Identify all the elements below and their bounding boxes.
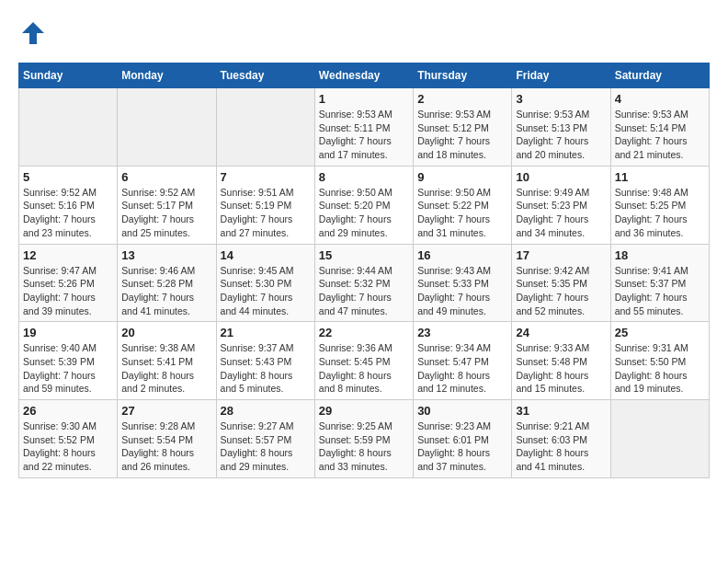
calendar-cell: 18Sunrise: 9:41 AM Sunset: 5:37 PM Dayli… [610,244,709,322]
day-info: Sunrise: 9:44 AM Sunset: 5:32 PM Dayligh… [319,264,409,318]
calendar-cell: 12Sunrise: 9:47 AM Sunset: 5:26 PM Dayli… [19,244,118,322]
calendar-table: SundayMondayTuesdayWednesdayThursdayFrid… [18,63,710,478]
calendar-cell: 7Sunrise: 9:51 AM Sunset: 5:19 PM Daylig… [216,166,314,244]
day-number: 2 [417,92,507,106]
calendar-cell: 25Sunrise: 9:31 AM Sunset: 5:50 PM Dayli… [610,322,709,400]
calendar-cell: 21Sunrise: 9:37 AM Sunset: 5:43 PM Dayli… [216,322,314,400]
calendar-cell: 31Sunrise: 9:21 AM Sunset: 6:03 PM Dayli… [512,400,610,478]
calendar-cell: 27Sunrise: 9:28 AM Sunset: 5:54 PM Dayli… [118,400,216,478]
day-info: Sunrise: 9:30 AM Sunset: 5:52 PM Dayligh… [23,419,113,474]
day-number: 1 [319,92,409,106]
calendar-week-row: 19Sunrise: 9:40 AM Sunset: 5:39 PM Dayli… [19,322,710,400]
calendar-cell: 11Sunrise: 9:48 AM Sunset: 5:25 PM Dayli… [610,166,709,244]
day-info: Sunrise: 9:40 AM Sunset: 5:39 PM Dayligh… [23,341,113,396]
calendar-header-row: SundayMondayTuesdayWednesdayThursdayFrid… [19,63,710,88]
calendar-cell: 3Sunrise: 9:53 AM Sunset: 5:13 PM Daylig… [512,88,610,167]
day-number: 31 [516,404,606,418]
day-number: 18 [615,248,705,262]
day-number: 8 [319,170,409,184]
day-number: 26 [23,404,113,418]
calendar-cell: 9Sunrise: 9:50 AM Sunset: 5:22 PM Daylig… [414,166,512,244]
day-number: 20 [121,326,211,339]
calendar-cell: 6Sunrise: 9:52 AM Sunset: 5:17 PM Daylig… [118,166,216,244]
day-info: Sunrise: 9:53 AM Sunset: 5:11 PM Dayligh… [319,108,409,162]
header-tuesday: Tuesday [216,63,314,88]
calendar-cell [216,88,314,167]
day-number: 12 [23,248,113,262]
calendar-cell: 20Sunrise: 9:38 AM Sunset: 5:41 PM Dayli… [118,322,216,400]
day-info: Sunrise: 9:27 AM Sunset: 5:57 PM Dayligh… [221,419,311,474]
day-number: 28 [221,404,311,418]
calendar-cell: 5Sunrise: 9:52 AM Sunset: 5:16 PM Daylig… [19,166,118,244]
calendar-week-row: 26Sunrise: 9:30 AM Sunset: 5:52 PM Dayli… [19,400,710,478]
header-thursday: Thursday [414,63,512,88]
day-number: 5 [23,170,113,184]
day-info: Sunrise: 9:33 AM Sunset: 5:48 PM Dayligh… [516,341,606,396]
day-info: Sunrise: 9:45 AM Sunset: 5:30 PM Dayligh… [221,264,311,318]
calendar-cell: 8Sunrise: 9:50 AM Sunset: 5:20 PM Daylig… [314,166,413,244]
calendar-cell: 1Sunrise: 9:53 AM Sunset: 5:11 PM Daylig… [314,88,413,167]
day-number: 15 [319,248,409,262]
day-info: Sunrise: 9:23 AM Sunset: 6:01 PM Dayligh… [417,419,507,474]
day-number: 19 [23,326,113,339]
day-number: 3 [516,92,606,106]
calendar-cell: 22Sunrise: 9:36 AM Sunset: 5:45 PM Dayli… [314,322,413,400]
day-info: Sunrise: 9:52 AM Sunset: 5:16 PM Dayligh… [23,186,113,240]
day-number: 29 [319,404,409,418]
calendar-cell: 10Sunrise: 9:49 AM Sunset: 5:23 PM Dayli… [512,166,610,244]
day-info: Sunrise: 9:50 AM Sunset: 5:20 PM Dayligh… [319,186,409,240]
day-info: Sunrise: 9:52 AM Sunset: 5:17 PM Dayligh… [121,186,211,240]
header-wednesday: Wednesday [314,63,413,88]
calendar-cell [610,400,709,478]
day-info: Sunrise: 9:38 AM Sunset: 5:41 PM Dayligh… [121,341,211,396]
day-number: 6 [121,170,211,184]
day-number: 17 [516,248,606,262]
day-info: Sunrise: 9:53 AM Sunset: 5:12 PM Dayligh… [417,108,507,162]
header-monday: Monday [118,63,216,88]
day-number: 25 [615,326,705,339]
day-info: Sunrise: 9:31 AM Sunset: 5:50 PM Dayligh… [615,341,705,396]
day-number: 9 [417,170,507,184]
day-number: 11 [615,170,705,184]
calendar-week-row: 1Sunrise: 9:53 AM Sunset: 5:11 PM Daylig… [19,88,710,167]
calendar-cell: 26Sunrise: 9:30 AM Sunset: 5:52 PM Dayli… [19,400,118,478]
day-number: 10 [516,170,606,184]
logo [18,18,51,48]
calendar-cell [118,88,216,167]
day-number: 23 [417,326,507,339]
day-number: 24 [516,326,606,339]
day-info: Sunrise: 9:21 AM Sunset: 6:03 PM Dayligh… [516,419,606,474]
calendar-cell: 14Sunrise: 9:45 AM Sunset: 5:30 PM Dayli… [216,244,314,322]
calendar-cell: 28Sunrise: 9:27 AM Sunset: 5:57 PM Dayli… [216,400,314,478]
page-header [18,18,710,48]
calendar-cell: 19Sunrise: 9:40 AM Sunset: 5:39 PM Dayli… [19,322,118,400]
day-info: Sunrise: 9:49 AM Sunset: 5:23 PM Dayligh… [516,186,606,240]
calendar-cell: 30Sunrise: 9:23 AM Sunset: 6:01 PM Dayli… [414,400,512,478]
day-info: Sunrise: 9:46 AM Sunset: 5:28 PM Dayligh… [121,264,211,318]
calendar-cell: 4Sunrise: 9:53 AM Sunset: 5:14 PM Daylig… [610,88,709,167]
calendar-cell: 16Sunrise: 9:43 AM Sunset: 5:33 PM Dayli… [414,244,512,322]
day-info: Sunrise: 9:42 AM Sunset: 5:35 PM Dayligh… [516,264,606,318]
day-info: Sunrise: 9:53 AM Sunset: 5:14 PM Dayligh… [615,108,705,162]
day-info: Sunrise: 9:48 AM Sunset: 5:25 PM Dayligh… [615,186,705,240]
header-sunday: Sunday [19,63,118,88]
calendar-cell: 23Sunrise: 9:34 AM Sunset: 5:47 PM Dayli… [414,322,512,400]
day-info: Sunrise: 9:25 AM Sunset: 5:59 PM Dayligh… [319,419,409,474]
day-number: 27 [121,404,211,418]
day-number: 13 [121,248,211,262]
logo-icon [18,18,48,48]
header-saturday: Saturday [610,63,709,88]
day-number: 30 [417,404,507,418]
calendar-cell: 17Sunrise: 9:42 AM Sunset: 5:35 PM Dayli… [512,244,610,322]
day-info: Sunrise: 9:34 AM Sunset: 5:47 PM Dayligh… [417,341,507,396]
calendar-cell: 15Sunrise: 9:44 AM Sunset: 5:32 PM Dayli… [314,244,413,322]
svg-marker-0 [22,22,44,44]
day-info: Sunrise: 9:37 AM Sunset: 5:43 PM Dayligh… [221,341,311,396]
calendar-week-row: 12Sunrise: 9:47 AM Sunset: 5:26 PM Dayli… [19,244,710,322]
calendar-cell: 24Sunrise: 9:33 AM Sunset: 5:48 PM Dayli… [512,322,610,400]
day-info: Sunrise: 9:53 AM Sunset: 5:13 PM Dayligh… [516,108,606,162]
day-info: Sunrise: 9:43 AM Sunset: 5:33 PM Dayligh… [417,264,507,318]
day-info: Sunrise: 9:36 AM Sunset: 5:45 PM Dayligh… [319,341,409,396]
calendar-week-row: 5Sunrise: 9:52 AM Sunset: 5:16 PM Daylig… [19,166,710,244]
calendar-cell: 29Sunrise: 9:25 AM Sunset: 5:59 PM Dayli… [314,400,413,478]
